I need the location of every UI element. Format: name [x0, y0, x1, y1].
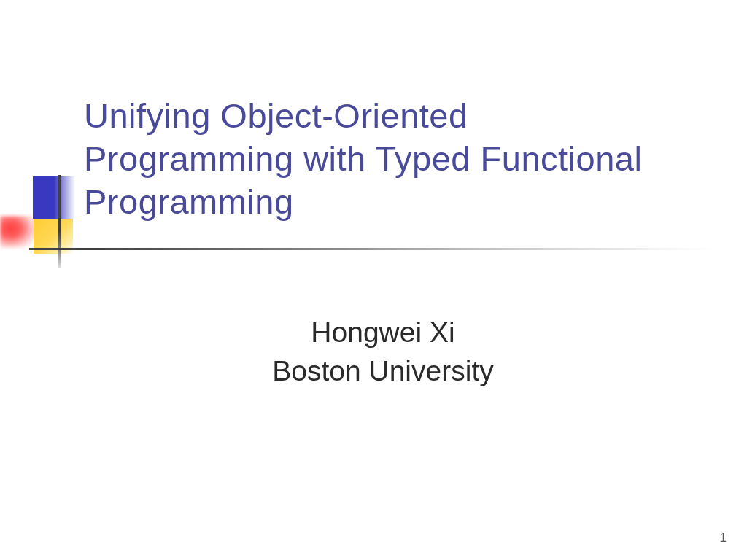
slide-content: Hongwei Xi Boston University: [84, 314, 682, 390]
slide-decoration: [0, 176, 88, 257]
blue-accent-shape: [33, 176, 75, 219]
presentation-slide: Unifying Object-Oriented Programming wit…: [0, 0, 747, 560]
red-accent-shape: [0, 216, 35, 248]
horizontal-divider: [29, 248, 715, 250]
slide-title: Unifying Object-Oriented Programming wit…: [84, 95, 682, 223]
page-number: 1: [720, 531, 727, 545]
author-affiliation: Boston University: [84, 352, 682, 391]
vertical-divider: [58, 175, 61, 268]
author-name: Hongwei Xi: [84, 314, 682, 352]
